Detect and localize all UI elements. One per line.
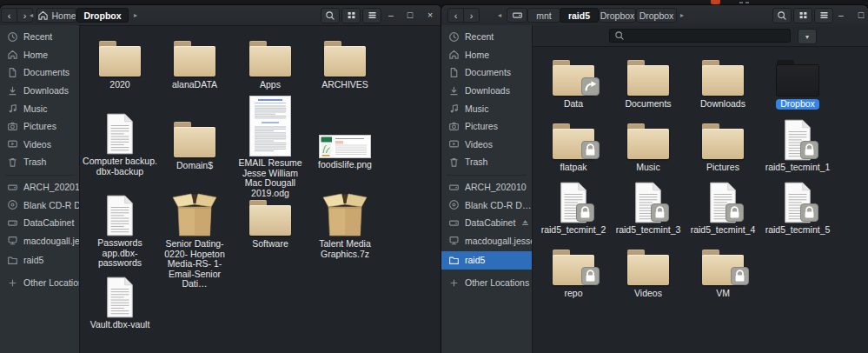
file-item-documents[interactable]: Documents xyxy=(611,57,686,110)
sidebar-item-downloads[interactable]: Downloads xyxy=(0,82,79,100)
sidebar-item-videos[interactable]: Videos xyxy=(0,136,79,154)
search-filter-dropdown[interactable]: ▾ xyxy=(798,29,817,44)
maximize-button[interactable]: □ xyxy=(403,8,417,22)
file-icon-wrap xyxy=(611,120,686,161)
pathbar-segment-raid5[interactable]: raid5 xyxy=(560,8,599,23)
lock-emblem-icon xyxy=(800,141,818,163)
sidebar-item-home[interactable]: Home xyxy=(441,46,532,64)
sidebar-item-raid5[interactable]: raid5 xyxy=(0,251,79,270)
search-button[interactable] xyxy=(321,8,340,23)
file-item-raid5-tecmint-3[interactable]: raid5_tecmint_3 xyxy=(611,180,686,236)
file-item-software[interactable]: Software xyxy=(233,196,308,250)
sidebar-item-blank-cd-r-d[interactable]: Blank CD-R D… xyxy=(0,196,79,214)
sidebar-item-recent[interactable]: Recent xyxy=(0,28,79,46)
file-item-apps[interactable]: Apps xyxy=(233,37,308,90)
folder-icon xyxy=(701,122,745,161)
sidebar-item-downloads[interactable]: Downloads xyxy=(441,82,532,100)
file-item-domain[interactable]: Domain$ xyxy=(157,118,232,171)
grid-view-button[interactable] xyxy=(793,8,812,23)
file-label: Passwords app.dbx- passwords xyxy=(83,238,157,269)
file-icon-wrap xyxy=(308,133,382,158)
sidebar-item-documents[interactable]: Documents xyxy=(0,63,79,82)
sidebar-item-macdougall-jesse[interactable]: macdougall.jesse… xyxy=(441,232,532,250)
file-label: raid5_tecmint_5 xyxy=(760,225,835,236)
file-item-flatpak[interactable]: flatpak xyxy=(536,120,611,173)
file-item-videos[interactable]: Videos xyxy=(611,246,686,299)
eject-button[interactable] xyxy=(520,218,532,228)
sidebar-item-documents[interactable]: Documents xyxy=(441,63,532,82)
file-item-passwords[interactable]: Passwords app.dbx- passwords xyxy=(83,193,157,269)
sidebar-item-videos[interactable]: Videos xyxy=(441,136,532,154)
pathbar-segment-icon[interactable] xyxy=(507,8,527,23)
file-item-downloads[interactable]: Downloads xyxy=(686,57,760,110)
sidebar-item-trash[interactable]: Trash xyxy=(441,153,532,171)
file-item-repo[interactable]: repo xyxy=(536,246,611,299)
search-input[interactable] xyxy=(609,29,791,43)
file-item-pictures[interactable]: Pictures xyxy=(686,120,760,173)
file-item-music[interactable]: Music xyxy=(611,120,686,173)
file-item-raid5-tecmint-5[interactable]: raid5_tecmint_5 xyxy=(760,180,835,236)
sidebar-item-home[interactable]: Home xyxy=(0,46,79,64)
pathbar-segment-dropbox[interactable]: Dropbox xyxy=(76,8,129,23)
sidebar-item-datacabinet[interactable]: DataCabinet xyxy=(0,214,79,232)
music-icon xyxy=(7,103,18,114)
file-label: raid5_tecmint_3 xyxy=(611,225,686,236)
sidebar-item-music[interactable]: Music xyxy=(441,99,532,117)
file-name: raid5_tecmint_2 xyxy=(541,224,606,235)
sidebar-item-blank-cd-r-d[interactable]: Blank CD-R D… xyxy=(441,196,532,214)
minimize-button[interactable]: – xyxy=(384,8,398,22)
sidebar-item-arch-202010[interactable]: ARCH_202010 xyxy=(0,178,79,196)
sidebar-item-pictures[interactable]: Pictures xyxy=(441,117,532,136)
back-button[interactable]: ‹ xyxy=(448,9,463,22)
file-item-senior[interactable]: Senior Dating-0220- Hopeton Media-RS- 1-… xyxy=(157,190,232,290)
sidebar-item-recent[interactable]: Recent xyxy=(441,28,532,46)
file-item-foodislife-png[interactable]: foodislife.png xyxy=(308,133,382,170)
maximize-button[interactable]: □ xyxy=(854,8,868,22)
file-name: Data xyxy=(564,98,583,109)
file-item-computer[interactable]: Computer backup. dbx-backup xyxy=(83,111,157,176)
path-scroll-right-icon[interactable]: ▸ xyxy=(130,8,141,23)
sidebar-item-raid5[interactable]: raid5 xyxy=(441,251,532,270)
sidebar-item-other-locations[interactable]: Other Locations xyxy=(0,274,79,292)
list-view-button[interactable] xyxy=(362,8,381,23)
sidebar-item-music[interactable]: Music xyxy=(0,99,79,117)
file-label: alanaDATA xyxy=(157,80,232,90)
file-item-archives[interactable]: ARCHIVES xyxy=(308,37,382,90)
path-scroll-right-icon[interactable]: ▸ xyxy=(677,8,687,23)
sidebar-item-trash[interactable]: Trash xyxy=(0,153,79,171)
file-item-2020[interactable]: 2020 xyxy=(83,37,157,90)
file-name: VM xyxy=(716,288,730,298)
sidebar-item-pictures[interactable]: Pictures xyxy=(0,117,79,136)
file-item-raid5-tecmint-1[interactable]: raid5_tecmint_1 xyxy=(760,117,835,173)
minimize-button[interactable]: – xyxy=(834,8,848,22)
file-item-email[interactable]: EMAIL Resume Jesse William Mac Dougall 2… xyxy=(233,94,308,198)
back-button[interactable]: ‹ xyxy=(2,9,17,22)
file-item-alanadata[interactable]: alanaDATA xyxy=(157,37,232,90)
pathbar-segment-mnt[interactable]: mnt xyxy=(527,8,560,23)
file-item-talent[interactable]: Talent Media Graphics.7z xyxy=(308,190,382,259)
file-item-dropbox[interactable]: Dropbox xyxy=(760,57,835,110)
pathbar-segment-dropbox[interactable]: Dropbox xyxy=(636,8,677,23)
file-item-raid5-tecmint-4[interactable]: raid5_tecmint_4 xyxy=(686,180,760,236)
forward-button[interactable]: › xyxy=(463,9,479,22)
disc-icon xyxy=(7,199,18,210)
file-name: Apps xyxy=(260,79,281,90)
sidebar-item-arch-202010[interactable]: ARCH_202010 xyxy=(441,178,532,196)
path-scroll-left-icon[interactable]: ◂ xyxy=(26,8,36,23)
file-item-vm[interactable]: VM xyxy=(686,246,760,299)
grid-view-button[interactable] xyxy=(341,8,361,23)
list-view-button[interactable] xyxy=(814,8,833,23)
close-button[interactable]: × xyxy=(423,8,437,22)
pathbar-segment-dropbox[interactable]: Dropbox xyxy=(599,8,636,23)
path-scroll-left-icon[interactable]: ◂ xyxy=(494,8,505,23)
sidebar-item-datacabinet[interactable]: DataCabinet xyxy=(441,214,532,232)
file-item-vault-dbx-vault[interactable]: Vault.dbx-vault xyxy=(83,275,157,330)
pathbar-segment-label: mnt xyxy=(536,10,552,21)
search-button[interactable] xyxy=(772,8,792,23)
sidebar-item-other-locations[interactable]: Other Locations xyxy=(441,274,532,292)
pathbar-segment-home[interactable]: Home xyxy=(36,8,76,23)
file-item-raid5-tecmint-2[interactable]: raid5_tecmint_2 xyxy=(536,180,611,236)
search-icon xyxy=(614,30,625,41)
sidebar-item-macdougall-jesse[interactable]: macdougall.jesse… xyxy=(0,232,79,250)
file-item-data[interactable]: Data xyxy=(536,57,611,110)
